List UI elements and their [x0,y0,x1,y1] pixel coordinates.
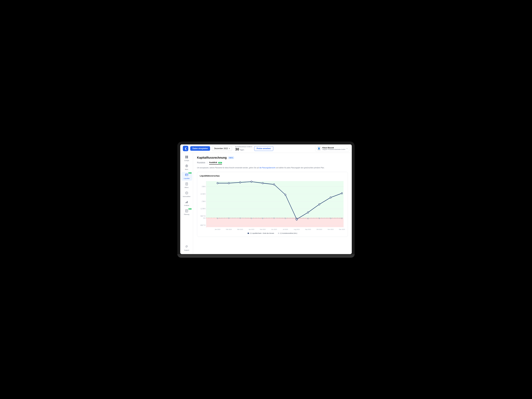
page-title-row: Kapitalflussrechnung BETA [197,156,348,159]
legend-kkl: (+) Kontokorrentlinie (KKL) [278,233,297,234]
liquiditaet-icon [185,173,188,177]
svg-point-52 [319,218,320,219]
logo[interactable]: ❮ [183,146,188,151]
legend-dot-kkl [278,233,279,234]
svg-text:Sep 2023: Sep 2023 [305,228,311,230]
svg-rect-0 [185,156,187,157]
svg-text:500 T €: 500 T € [201,215,206,217]
tab-rueckblick[interactable]: Rückblick [197,161,205,165]
badge-neu-planung: NEU [189,208,191,209]
sidebar-label-bilanz: Bilanz [184,187,189,189]
svg-point-57 [240,182,241,183]
period-selector[interactable]: Dezember 2022 ▿ [212,146,232,151]
svg-point-59 [262,182,263,184]
svg-point-66 [341,192,342,194]
legend-dot-bank [248,233,249,234]
svg-text:Jun 2023: Jun 2023 [271,228,277,230]
chart-container: Liquiditätsvorschau [197,172,348,237]
svg-point-64 [319,203,320,205]
svg-point-62 [296,218,298,220]
svg-rect-17 [186,202,187,203]
trial-days: 30 [235,147,239,151]
sidebar-item-support[interactable]: Support [181,244,192,253]
sidebar-item-planung[interactable]: NEU Planung [181,208,192,217]
svg-point-49 [285,218,286,219]
analyse-icon [185,200,188,204]
sidebar-label-cockpit: Cockpit [184,160,189,162]
planungsuebersicht-link[interactable]: die Planungsübersicht [260,167,275,169]
chevron-down-icon: ▿ [347,148,348,149]
svg-point-61 [285,194,286,195]
sidebar-item-analyse[interactable]: Analyse [181,199,192,208]
badge-beta: BETA [228,157,234,159]
page-title: Kapitalflussrechnung [197,156,227,159]
svg-point-48 [274,217,275,219]
svg-point-46 [251,218,252,219]
svg-rect-16 [186,202,186,203]
sidebar-item-cockpit[interactable]: Cockpit [181,154,192,163]
sidebar-item-bilanz[interactable]: Bilanz [181,181,192,190]
user-avatar-icon: 👤 [317,146,321,151]
user-section[interactable]: 👤 Klaus Bassek Wagner Produktionsbetrieb… [315,145,349,152]
svg-text:2,5 M €: 2,5 M € [201,193,206,195]
svg-point-65 [330,197,331,198]
liquiditaet-chart: 3 M € 2,5 M € 2 M € 1,5 M € 500 T € 0 € … [200,179,345,231]
top-bar: ❮ Daten einspielen Dezember 2022 ▿ Ihr P… [180,145,352,153]
svg-text:-500 T €: -500 T € [200,224,206,226]
sidebar-label-planung: Planung [184,214,189,215]
chart-area: 3 M € 2,5 M € 2 M € 1,5 M € 500 T € 0 € … [200,179,345,231]
sidebar-item-liquiditaet[interactable]: NEU Liquidität [181,172,192,181]
logo-icon: ❮ [184,147,187,150]
svg-point-58 [251,181,252,182]
svg-rect-9 [186,175,186,175]
sidebar-label-bwa: BWA [185,169,188,171]
svg-point-47 [262,218,263,219]
svg-rect-7 [185,174,188,176]
badge-neu-liquiditaet: NEU [189,172,191,174]
badge-new-ausblick: NEU [218,162,222,164]
cockpit-icon [185,155,188,159]
trial-unit: Tagen [240,149,244,151]
content-area: Kapitalflussrechnung BETA Rückblick | Au… [193,153,352,254]
svg-text:Mär 2023: Mär 2023 [237,228,243,230]
svg-text:1,5 M €: 1,5 M € [201,208,206,209]
svg-text:Nov 2023: Nov 2023 [328,228,334,230]
legend-label-kkl: (+) Kontokorrentlinie (KKL) [280,233,297,234]
svg-point-55 [217,182,218,184]
user-name: Klaus Bassek [323,147,345,149]
svg-text:Jul 2023: Jul 2023 [283,228,288,230]
info-text: Um anzupassen, welche Planwerte für dies… [197,166,348,169]
svg-text:2 M €: 2 M € [202,200,206,202]
bilanz-icon [185,182,188,186]
legend-label-bank: (+) Liquidität Bank - Ende des Monats [250,233,274,234]
svg-point-63 [307,212,309,213]
svg-text:Mai 2023: Mai 2023 [260,228,266,230]
svg-rect-3 [187,157,188,158]
sidebar-label-support: Support [184,249,189,251]
svg-point-51 [307,218,308,219]
main-layout: Cockpit BWA NEU Liquidität [180,153,352,254]
sidebar-item-bwa[interactable]: BWA [181,163,192,172]
svg-rect-1 [187,156,188,157]
prices-button[interactable]: Preise ansehen [254,146,273,151]
sidebar-label-analyse: Analyse [184,205,189,206]
tabs-row: Rückblick | Ausblick NEU [197,161,348,165]
svg-text:Aug 2023: Aug 2023 [294,228,299,230]
svg-point-15 [186,193,187,193]
svg-point-53 [330,218,331,219]
svg-point-56 [228,182,229,184]
svg-text:Apr 2023: Apr 2023 [249,228,254,230]
svg-point-60 [273,184,275,185]
svg-text:3 M €: 3 M € [202,186,206,188]
svg-rect-27 [206,218,343,227]
data-import-button[interactable]: Daten einspielen [190,146,210,151]
sidebar-bottom: Support [181,244,192,253]
svg-point-54 [342,218,342,219]
svg-point-44 [228,217,229,219]
sidebar: Cockpit BWA NEU Liquidität [180,153,193,254]
svg-text:Okt 2023: Okt 2023 [317,228,322,230]
support-icon [185,245,188,249]
svg-text:Feb 2023: Feb 2023 [226,228,232,230]
sidebar-item-kennzahlen[interactable]: Kennzahlen [181,190,192,199]
tab-ausblick[interactable]: Ausblick NEU [209,161,222,165]
